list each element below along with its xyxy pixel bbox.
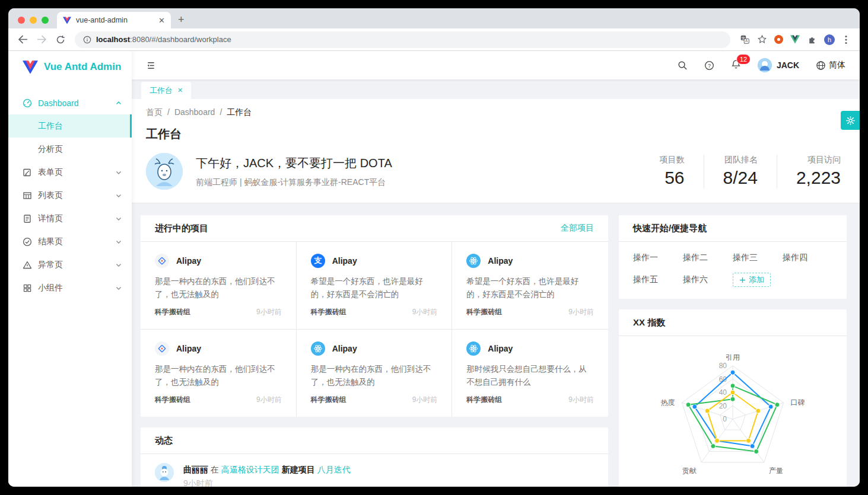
translate-icon[interactable]: 文A [740, 34, 750, 44]
quick-link-6[interactable]: 操作六 [683, 274, 733, 285]
language-label: 简体 [829, 60, 845, 71]
breadcrumb-dashboard[interactable]: Dashboard [174, 107, 215, 118]
activity-time: 9小时前 [183, 478, 351, 487]
extensions-puzzle-icon[interactable] [807, 34, 817, 44]
project-desc: 那时候我只会想自己想要什么，从不想自己拥有什么 [466, 363, 594, 389]
project-card[interactable]: 支 Alipay 希望是一个好东西，也许是最好的，好东西是不会消亡的 科学搬砖组… [297, 242, 453, 330]
app-logo[interactable]: Vue Antd Admin [8, 51, 132, 83]
header-stats: 项目数 56 团队排名 8/24 项目访问 2,223 [641, 155, 845, 188]
user-name: JACK [777, 60, 799, 70]
language-switcher[interactable]: 简体 [816, 60, 845, 71]
settings-drawer-button[interactable] [841, 111, 860, 130]
breadcrumb-home[interactable]: 首页 [146, 107, 163, 118]
stat-label: 项目数 [660, 155, 685, 165]
project-time: 9小时前 [256, 395, 282, 405]
project-time: 9小时前 [568, 395, 594, 405]
back-button[interactable] [14, 31, 31, 48]
extension-orange-icon[interactable] [774, 35, 783, 44]
chrome-profile-avatar[interactable]: h [824, 34, 835, 45]
page-tab-close-icon[interactable]: ✕ [177, 87, 183, 94]
project-group[interactable]: 科学搬砖组 [466, 395, 502, 405]
chevron-down-icon [115, 285, 122, 292]
user-avatar [758, 58, 772, 72]
minimize-window-button[interactable] [30, 17, 37, 24]
chevron-down-icon [115, 215, 122, 222]
project-card[interactable]: Alipay 那时候我只会想自己想要什么，从不想自己拥有什么 科学搬砖组9小时前 [452, 330, 608, 417]
gear-icon [845, 116, 856, 126]
zoom-window-button[interactable] [42, 17, 49, 24]
tab-close-icon[interactable]: ✕ [158, 16, 165, 25]
reload-button[interactable] [52, 31, 69, 48]
project-time: 9小时前 [412, 395, 438, 405]
svg-text:?: ? [708, 62, 711, 68]
sidebar: Vue Antd Admin Dashboard 工作台 分析页 表单页 [8, 51, 132, 487]
project-card[interactable]: Alipay 希望是一个好东西，也许是最好的，好东西是不会消亡的 科学搬砖组9小… [452, 242, 608, 330]
add-nav-button[interactable]: 添加 [733, 273, 771, 287]
address-bar[interactable]: localhost:8080/#/dashboard/workplace [75, 31, 730, 48]
quick-link-4[interactable]: 操作四 [783, 253, 832, 263]
sidebar-item-workplace[interactable]: 工作台 [8, 114, 132, 138]
sidebar-item-analysis[interactable]: 分析页 [8, 138, 132, 161]
sidebar-item-exception[interactable]: 异常页 [8, 253, 132, 276]
svg-text:0: 0 [723, 415, 727, 423]
notification-badge: 12 [736, 54, 751, 65]
user-menu[interactable]: JACK [758, 58, 799, 72]
chevron-down-icon [115, 192, 122, 199]
forward-button[interactable] [33, 31, 50, 48]
warning-triangle-icon [23, 260, 32, 270]
traffic-lights [8, 17, 57, 28]
vue-devtools-icon[interactable] [790, 35, 800, 44]
project-group[interactable]: 科学搬砖组 [311, 395, 346, 405]
browser-toolbar: localhost:8080/#/dashboard/workplace 文A … [8, 28, 860, 51]
close-window-button[interactable] [18, 17, 25, 24]
page-tab-workplace[interactable]: 工作台 ✕ [141, 82, 191, 99]
project-card[interactable]: Alipay 那是一种内在的东西，他们到达不了，也无法触及的 科学搬砖组9小时前 [141, 330, 297, 417]
quick-link-3[interactable]: 操作三 [733, 253, 783, 263]
activity-user[interactable]: 曲丽丽 [183, 465, 208, 474]
sidebar-item-result[interactable]: 结果页 [8, 230, 132, 253]
page-tabs: 工作台 ✕ [132, 79, 860, 99]
quick-nav-card: 快速开始/便捷导航 操作一 操作二 操作三 操作四 操作五 操作六 添加 [619, 215, 847, 299]
sidebar-item-form[interactable]: 表单页 [8, 161, 132, 184]
chrome-menu-icon[interactable] [842, 35, 850, 44]
project-group[interactable]: 科学搬砖组 [155, 395, 190, 405]
profile-icon [23, 214, 32, 223]
browser-tab-title: vue-antd-admin [76, 16, 154, 24]
quick-link-5[interactable]: 操作五 [633, 274, 683, 285]
add-nav-label: 添加 [749, 274, 764, 285]
table-icon [23, 191, 32, 200]
project-group[interactable]: 科学搬砖组 [466, 307, 502, 317]
svg-text:40: 40 [719, 388, 727, 397]
browser-tab[interactable]: vue-antd-admin ✕ [57, 12, 171, 28]
project-group[interactable]: 科学搬砖组 [155, 307, 190, 317]
react-logo-icon [466, 254, 481, 268]
page-header: 首页 / Dashboard / 工作台 工作台 下午好，JACK，要不要打一把… [132, 99, 860, 203]
activity-target-link[interactable]: 高逼格设计天团 [221, 465, 279, 474]
project-group[interactable]: 科学搬砖组 [311, 307, 346, 317]
new-tab-button[interactable]: + [171, 13, 185, 28]
sidebar-item-detail[interactable]: 详情页 [8, 207, 132, 230]
stat-value: 2,223 [796, 168, 841, 188]
quick-nav-links: 操作一 操作二 操作三 操作四 操作五 操作六 添加 [619, 242, 847, 299]
activity-list: 曲丽丽 在 高逼格设计天团 新建项目 八月迭代 9小时前 [141, 454, 608, 487]
quick-link-2[interactable]: 操作二 [683, 253, 733, 263]
bookmark-star-icon[interactable] [757, 34, 767, 44]
browser-tab-strip: vue-antd-admin ✕ + [8, 8, 860, 28]
search-icon[interactable] [678, 60, 688, 71]
activity-object-link[interactable]: 八月迭代 [317, 465, 351, 474]
quick-link-1[interactable]: 操作一 [633, 253, 683, 263]
stat-visits: 项目访问 2,223 [777, 155, 845, 188]
project-card[interactable]: Alipay 那是一种内在的东西，他们到达不了，也无法触及的 科学搬砖组9小时前 [297, 330, 453, 417]
sidebar-subitem-label: 工作台 [38, 121, 63, 132]
project-card[interactable]: Alipay 那是一种内在的东西，他们到达不了，也无法触及的 科学搬砖组9小时前 [141, 242, 297, 330]
sidebar-item-list[interactable]: 列表页 [8, 184, 132, 207]
notifications-button[interactable]: 12 [731, 59, 741, 72]
sidebar-item-dashboard[interactable]: Dashboard [8, 91, 132, 114]
all-projects-link[interactable]: 全部项目 [561, 223, 594, 234]
chevron-down-icon [115, 261, 122, 269]
help-icon[interactable]: ? [704, 60, 714, 71]
menu-fold-icon[interactable] [146, 60, 156, 71]
sidebar-item-widgets[interactable]: 小组件 [8, 276, 132, 299]
site-info-icon[interactable] [83, 36, 91, 44]
sidebar-item-label: 小组件 [38, 283, 109, 293]
